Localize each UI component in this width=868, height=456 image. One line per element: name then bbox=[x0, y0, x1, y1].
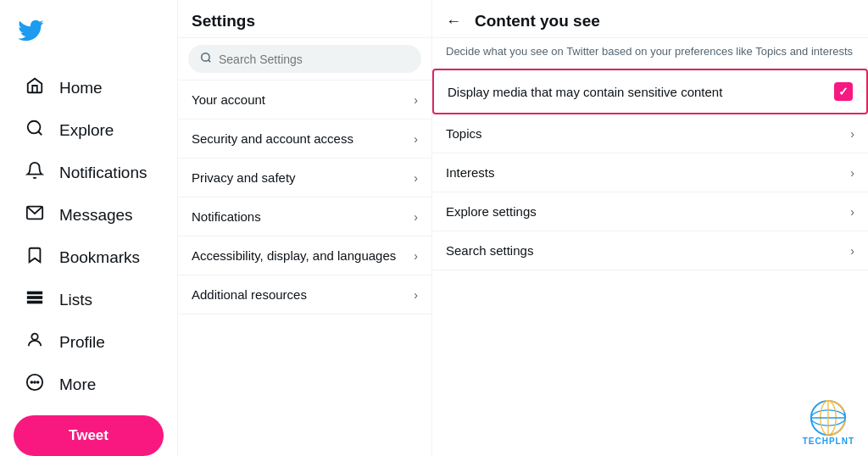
settings-item-accessibility-label: Accessibility, display, and languages bbox=[192, 248, 396, 263]
explore-icon bbox=[24, 119, 46, 142]
settings-item-privacy[interactable]: Privacy and safety › bbox=[178, 158, 431, 197]
settings-item-security[interactable]: Security and account access › bbox=[178, 120, 431, 158]
sidebar: Home Explore Notifications Messages bbox=[0, 0, 178, 456]
watermark-logo-icon bbox=[810, 399, 847, 437]
sidebar-item-home[interactable]: Home bbox=[14, 68, 164, 108]
sidebar-nav: Home Explore Notifications Messages bbox=[14, 68, 164, 405]
sidebar-item-more[interactable]: More bbox=[14, 364, 164, 405]
back-button[interactable]: ← bbox=[446, 13, 461, 31]
search-settings-label: Search settings bbox=[446, 243, 533, 258]
svg-point-6 bbox=[31, 334, 37, 340]
svg-rect-4 bbox=[28, 297, 42, 298]
sidebar-home-label: Home bbox=[59, 79, 103, 97]
content-header: ← Content you see bbox=[432, 0, 868, 38]
bookmarks-icon bbox=[24, 246, 46, 270]
settings-title: Settings bbox=[178, 0, 431, 38]
settings-menu: Your account › Security and account acce… bbox=[178, 81, 431, 456]
sidebar-item-lists[interactable]: Lists bbox=[14, 280, 164, 320]
profile-icon bbox=[24, 331, 46, 354]
sensitive-content-label: Display media that may contain sensitive… bbox=[448, 85, 722, 99]
topics-label: Topics bbox=[446, 126, 482, 141]
sidebar-item-bookmarks[interactable]: Bookmarks bbox=[14, 237, 164, 278]
chevron-right-icon: › bbox=[414, 210, 418, 224]
settings-item-your-account-label: Your account bbox=[192, 92, 265, 107]
svg-rect-3 bbox=[28, 292, 42, 294]
settings-item-additional-label: Additional resources bbox=[192, 287, 307, 302]
svg-line-12 bbox=[209, 60, 211, 63]
sidebar-more-label: More bbox=[59, 375, 96, 394]
settings-panel: Settings Your account › Security and acc… bbox=[178, 0, 432, 456]
chevron-right-icon: › bbox=[414, 171, 418, 185]
search-input[interactable] bbox=[219, 53, 409, 66]
chevron-right-icon: › bbox=[414, 249, 418, 263]
search-bar-container bbox=[178, 38, 431, 81]
sidebar-lists-label: Lists bbox=[59, 291, 92, 309]
chevron-right-icon: › bbox=[414, 288, 418, 302]
chevron-right-icon: › bbox=[414, 93, 418, 107]
notifications-icon bbox=[24, 161, 46, 185]
lists-icon bbox=[24, 288, 46, 312]
sidebar-item-explore[interactable]: Explore bbox=[14, 110, 164, 151]
svg-point-11 bbox=[202, 53, 209, 61]
messages-icon bbox=[24, 203, 46, 227]
settings-item-privacy-label: Privacy and safety bbox=[192, 170, 296, 185]
sidebar-explore-label: Explore bbox=[59, 121, 114, 140]
search-icon bbox=[200, 52, 212, 66]
sidebar-messages-label: Messages bbox=[59, 206, 133, 225]
topics-item[interactable]: Topics › bbox=[432, 114, 868, 153]
explore-settings-label: Explore settings bbox=[446, 204, 537, 219]
content-title: Content you see bbox=[475, 12, 600, 31]
sensitive-checkbox[interactable] bbox=[834, 82, 853, 101]
svg-point-8 bbox=[31, 381, 32, 383]
settings-item-notifications-label: Notifications bbox=[192, 209, 261, 224]
twitter-logo[interactable] bbox=[14, 10, 164, 54]
more-icon bbox=[24, 373, 46, 397]
content-panel: ← Content you see Decide what you see on… bbox=[432, 0, 868, 456]
sidebar-notifications-label: Notifications bbox=[59, 164, 147, 182]
search-bar[interactable] bbox=[188, 45, 421, 73]
chevron-right-icon: › bbox=[414, 132, 418, 146]
settings-item-notifications[interactable]: Notifications › bbox=[178, 197, 431, 236]
sidebar-bookmarks-label: Bookmarks bbox=[59, 248, 140, 267]
chevron-right-icon: › bbox=[850, 127, 854, 141]
home-icon bbox=[24, 76, 46, 100]
sensitive-content-item[interactable]: Display media that may contain sensitive… bbox=[432, 69, 868, 114]
interests-label: Interests bbox=[446, 165, 495, 180]
watermark: TECHPLNT bbox=[803, 399, 854, 446]
watermark-text: TECHPLNT bbox=[803, 437, 854, 446]
tweet-button[interactable]: Tweet bbox=[14, 415, 164, 456]
sidebar-item-profile[interactable]: Profile bbox=[14, 322, 164, 363]
search-settings-item[interactable]: Search settings › bbox=[432, 231, 868, 270]
svg-point-10 bbox=[37, 381, 39, 383]
chevron-right-icon: › bbox=[850, 205, 854, 219]
sidebar-item-notifications[interactable]: Notifications bbox=[14, 153, 164, 193]
content-subtitle: Decide what you see on Twitter based on … bbox=[432, 38, 868, 69]
settings-item-security-label: Security and account access bbox=[192, 131, 353, 146]
settings-item-your-account[interactable]: Your account › bbox=[178, 81, 431, 120]
svg-line-1 bbox=[38, 131, 42, 135]
settings-item-accessibility[interactable]: Accessibility, display, and languages › bbox=[178, 236, 431, 275]
settings-item-additional[interactable]: Additional resources › bbox=[178, 275, 431, 314]
sidebar-profile-label: Profile bbox=[59, 333, 105, 352]
explore-settings-item[interactable]: Explore settings › bbox=[432, 192, 868, 231]
svg-point-0 bbox=[28, 121, 41, 134]
interests-item[interactable]: Interests › bbox=[432, 153, 868, 192]
sidebar-item-messages[interactable]: Messages bbox=[14, 195, 164, 236]
chevron-right-icon: › bbox=[850, 244, 854, 258]
chevron-right-icon: › bbox=[850, 166, 854, 180]
svg-point-9 bbox=[34, 381, 36, 383]
svg-rect-5 bbox=[28, 302, 42, 303]
